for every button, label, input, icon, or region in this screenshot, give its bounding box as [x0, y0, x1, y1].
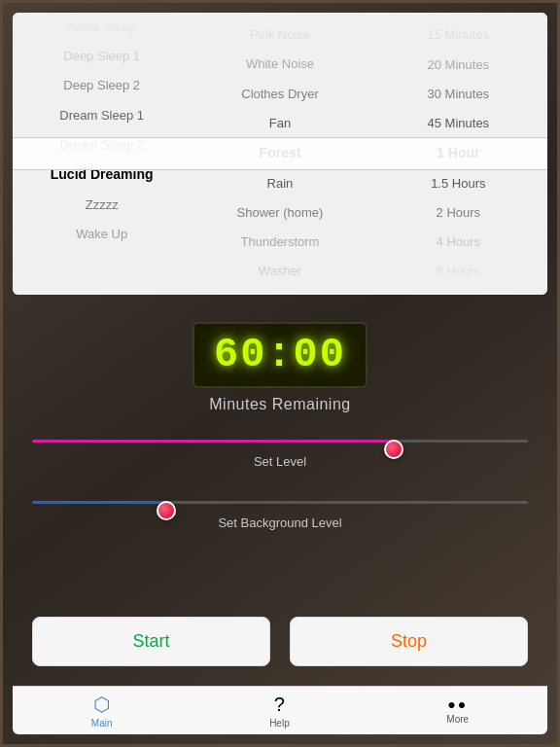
picker-item[interactable]: Rain	[191, 169, 368, 198]
picker-column-sounds[interactable]: Brown NoisePink NoiseWhite NoiseClothes …	[191, 13, 368, 295]
level-slider-track-wrapper[interactable]	[32, 431, 528, 450]
tab-bar: ⬡ Main ? Help ●● More	[13, 686, 547, 734]
picker-item[interactable]: Brown Noise	[191, 13, 368, 20]
level-slider-track	[32, 440, 528, 443]
picker-item[interactable]: Zzzzz	[13, 191, 191, 220]
level-slider-label: Set Level	[32, 454, 528, 469]
picker-item[interactable]: 6 Hours	[369, 257, 547, 286]
picker-item[interactable]: Astral Sleep	[13, 13, 191, 42]
picker-item[interactable]: 1 Hour	[369, 138, 547, 169]
picker-column-sleep[interactable]: Astral SleepDeep Sleep 1Deep Sleep 2Drea…	[13, 13, 191, 295]
level-slider-container[interactable]: Set Level	[32, 431, 528, 484]
picker-container: Astral SleepDeep Sleep 1Deep Sleep 2Drea…	[13, 13, 547, 295]
start-button[interactable]: Start	[32, 617, 270, 666]
picker-item[interactable]: Dream Sleep 1	[13, 101, 191, 130]
buttons-row: Start Stop	[32, 617, 528, 666]
background-slider-container[interactable]: Set Background Level	[32, 492, 528, 546]
picker-item[interactable]: 15 Minutes	[369, 20, 547, 50]
tab-help-label: Help	[269, 718, 290, 729]
timer-label: Minutes Remaining	[209, 396, 350, 413]
tab-main-label: Main	[91, 718, 113, 729]
picker-item[interactable]: 20 Minutes	[369, 51, 547, 80]
picker-column-times[interactable]: 5 Minutes10 Minutes15 Minutes20 Minutes3…	[369, 13, 547, 295]
picker-item[interactable]: Deep Sleep 2	[13, 71, 191, 100]
picker-item[interactable]: 30 Minutes	[369, 80, 547, 109]
picker-item[interactable]: Dream Sleep 2	[13, 130, 191, 160]
tab-help-icon: ?	[274, 694, 285, 716]
background-slider-track	[32, 501, 528, 504]
picker-item[interactable]: Ocean Waves	[191, 286, 368, 295]
picker-item[interactable]: Lucid Dreaming	[13, 160, 191, 191]
tab-more[interactable]: ●● More	[427, 692, 488, 729]
picker-item[interactable]: Pink Noise	[191, 20, 368, 50]
background-slider-label: Set Background Level	[32, 516, 528, 530]
picker-item[interactable]: White Noise	[191, 50, 368, 79]
app-frame: Astral SleepDeep Sleep 1Deep Sleep 2Drea…	[0, 0, 560, 747]
picker-item[interactable]: Washer	[191, 257, 368, 286]
picker-item[interactable]: Fan	[191, 109, 368, 138]
background-slider-thumb[interactable]	[157, 501, 176, 520]
tab-more-icon: ●●	[447, 696, 468, 712]
tab-help[interactable]: ? Help	[250, 689, 309, 733]
timer-display: 60:00	[192, 322, 368, 388]
picker-item[interactable]: Shower (home)	[191, 198, 368, 228]
tab-more-label: More	[446, 714, 469, 725]
picker-item[interactable]: 10 Minutes	[369, 13, 547, 20]
stop-button[interactable]: Stop	[290, 617, 528, 666]
section-divider	[3, 295, 557, 302]
picker-item[interactable]: Deep Sleep 1	[13, 42, 191, 71]
picker-item[interactable]: Forest	[191, 138, 368, 169]
tab-main[interactable]: ⬡ Main	[72, 688, 132, 733]
picker-item[interactable]: 2 Hours	[369, 198, 547, 228]
control-section: 60:00 Minutes Remaining Set Level Set Ba…	[13, 302, 547, 686]
level-slider-thumb[interactable]	[384, 440, 403, 459]
picker-section[interactable]: Astral SleepDeep Sleep 1Deep Sleep 2Drea…	[13, 13, 547, 295]
picker-item[interactable]: 45 Minutes	[369, 109, 547, 138]
picker-item[interactable]: 1.5 Hours	[369, 169, 547, 198]
picker-item[interactable]: 4 Hours	[369, 228, 547, 257]
timer-value: 60:00	[214, 332, 346, 378]
picker-item[interactable]: Wake Up	[13, 220, 191, 249]
background-slider-track-wrapper[interactable]	[32, 492, 528, 512]
picker-item[interactable]: Clothes Dryer	[191, 80, 368, 109]
picker-item[interactable]: 8 Hours	[369, 286, 547, 295]
picker-item[interactable]: Thunderstorm	[191, 228, 368, 257]
tab-main-icon: ⬡	[93, 693, 110, 716]
